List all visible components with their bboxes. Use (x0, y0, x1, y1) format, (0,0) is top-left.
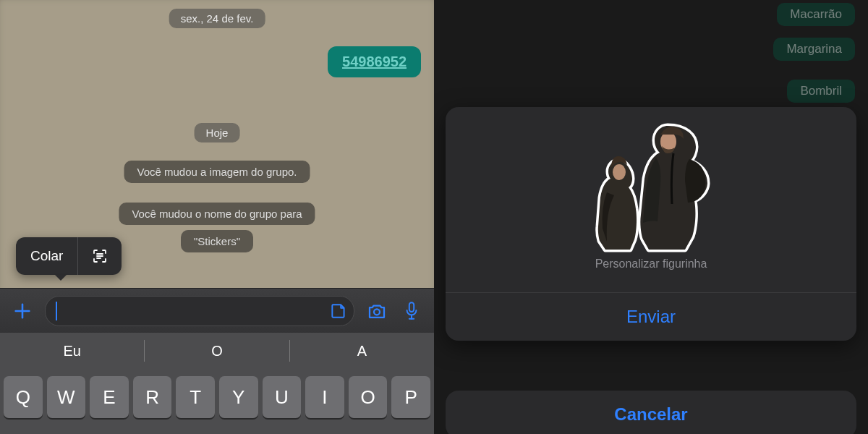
key-o[interactable]: O (349, 376, 388, 418)
suggestion[interactable]: A (290, 343, 434, 359)
sticker-icon (329, 302, 348, 320)
paste-menu-item[interactable]: Colar (16, 248, 77, 264)
camera-icon (366, 300, 388, 322)
sticker-button[interactable] (329, 302, 348, 320)
camera-button[interactable] (365, 299, 389, 323)
svg-rect-6 (409, 302, 414, 312)
plus-icon (12, 301, 33, 321)
send-button[interactable]: Enviar (446, 292, 856, 341)
attach-plus-button[interactable] (10, 299, 35, 323)
key-w[interactable]: W (47, 376, 86, 418)
sheet-caption: Personalizar figurinha (595, 258, 707, 271)
message-text-field[interactable] (45, 296, 354, 326)
key-r[interactable]: R (133, 376, 172, 418)
outgoing-message-bubble[interactable]: 54986952 (328, 46, 421, 77)
svg-point-9 (613, 164, 626, 180)
context-menu: Colar (16, 237, 122, 275)
outgoing-message-text: 54986952 (342, 54, 407, 69)
sticker-preview-area[interactable]: Personalizar figurinha (446, 107, 856, 292)
message-input-bar (0, 288, 434, 333)
key-y[interactable]: Y (219, 376, 258, 418)
text-caret (56, 302, 57, 320)
context-menu-tail (54, 273, 68, 281)
system-message: Você mudou a imagem do grupo. (124, 161, 310, 183)
scan-text-menu-item[interactable] (78, 247, 122, 265)
keyboard-row-1: Q W E R T Y U I O P (0, 369, 434, 434)
microphone-icon (402, 300, 421, 322)
suggestion[interactable]: O (145, 343, 289, 359)
system-message: Você mudou o nome do grupo para (119, 203, 315, 225)
voice-record-button[interactable] (399, 299, 424, 323)
svg-point-5 (374, 309, 380, 315)
sticker-action-sheet: Personalizar figurinha Enviar (446, 107, 856, 341)
background-message: Margarina (773, 38, 855, 61)
system-message: "Stickers" (181, 230, 253, 252)
keyboard-suggestion-bar: Eu O A (0, 333, 434, 369)
date-separator-today: Hoje (195, 123, 240, 142)
scan-text-icon (91, 247, 109, 265)
cancel-button[interactable]: Cancelar (446, 391, 856, 434)
key-q[interactable]: Q (4, 376, 43, 418)
key-p[interactable]: P (391, 376, 430, 418)
whatsapp-chat-paste-screenshot: sex., 24 de fev. 54986952 Hoje Você mudo… (0, 0, 434, 434)
key-u[interactable]: U (263, 376, 302, 418)
key-t[interactable]: T (176, 376, 215, 418)
background-message: Macarrão (777, 3, 855, 26)
key-i[interactable]: I (305, 376, 344, 418)
suggestion[interactable]: Eu (0, 343, 144, 359)
date-separator: sex., 24 de fev. (169, 9, 265, 28)
background-message: Bombril (787, 80, 855, 103)
sticker-confirmation-sheet-screenshot: Macarrão Margarina Bombril (434, 0, 868, 434)
pasted-sticker (575, 117, 727, 255)
sticker-image (575, 117, 727, 255)
key-e[interactable]: E (90, 376, 129, 418)
